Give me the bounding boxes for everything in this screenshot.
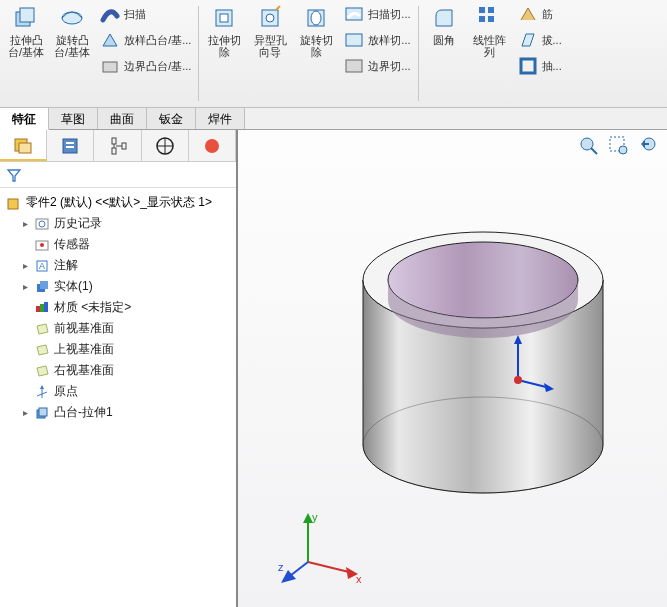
sweep-icon <box>100 4 120 24</box>
svg-rect-42 <box>40 304 44 312</box>
svg-point-61 <box>514 376 522 384</box>
tree-item-6[interactable]: 上视基准面 <box>2 339 234 360</box>
tree-item-label: 上视基准面 <box>54 341 114 358</box>
svg-rect-13 <box>479 7 485 13</box>
boundary-button[interactable]: 边界凸台/基... <box>96 54 195 78</box>
expand-icon[interactable]: ▸ <box>20 282 30 292</box>
tree-item-0[interactable]: ▸历史记录 <box>2 213 234 234</box>
panel-tab-feature-tree[interactable] <box>0 130 47 161</box>
expand-icon[interactable] <box>20 366 30 376</box>
tree-item-2[interactable]: ▸A注解 <box>2 255 234 276</box>
loft-cut-button[interactable]: 放样切... <box>340 28 414 52</box>
hole-wizard-icon <box>256 4 284 32</box>
panel-tab-property[interactable] <box>47 130 94 161</box>
svg-marker-60 <box>544 383 554 392</box>
expand-icon[interactable] <box>20 324 30 334</box>
svg-rect-17 <box>521 59 535 73</box>
shell-label: 抽... <box>542 59 562 74</box>
tree-item-3[interactable]: ▸实体(1) <box>2 276 234 297</box>
draft-label: 拔... <box>542 33 562 48</box>
tree-root-label: 零件2 (默认) <<默认>_显示状态 1> <box>26 194 212 211</box>
tree-root[interactable]: 零件2 (默认) <<默认>_显示状态 1> <box>2 192 234 213</box>
loft-button[interactable]: 放样凸台/基... <box>96 28 195 52</box>
revolve-boss-button[interactable]: 旋转凸 台/基体 <box>50 2 94 60</box>
model-hollow-cylinder[interactable] <box>348 220 618 510</box>
tree-item-9[interactable]: ▸凸台-拉伸1 <box>2 402 234 423</box>
boundary-cut-button[interactable]: 边界切... <box>340 54 414 78</box>
tree-item-label: 历史记录 <box>54 215 102 232</box>
expand-icon[interactable] <box>20 387 30 397</box>
expand-icon[interactable] <box>20 303 30 313</box>
annot-icon: A <box>34 258 50 274</box>
extrude-cut-label: 拉伸切 除 <box>208 34 241 58</box>
tree-item-label: 右视基准面 <box>54 362 114 379</box>
revolve-cut-label: 旋转切 除 <box>300 34 333 58</box>
revolve-icon <box>58 4 86 32</box>
loft-label: 放样凸台/基... <box>124 33 191 48</box>
viewport-3d[interactable]: y x z <box>238 130 667 607</box>
hole-wizard-button[interactable]: 异型孔 向导 <box>248 2 292 60</box>
tab-surface[interactable]: 曲面 <box>98 108 147 129</box>
svg-point-2 <box>62 12 82 24</box>
expand-icon[interactable] <box>20 240 30 250</box>
triad-x-label: x <box>356 573 362 585</box>
extrude-boss-button[interactable]: 拉伸凸 台/基体 <box>4 2 48 60</box>
expand-icon[interactable]: ▸ <box>20 408 30 418</box>
svg-rect-16 <box>488 16 494 22</box>
zoom-previous-icon[interactable] <box>637 134 661 158</box>
expand-icon[interactable]: ▸ <box>20 219 30 229</box>
zoom-area-icon[interactable] <box>607 134 631 158</box>
filter-icon[interactable] <box>6 167 22 183</box>
svg-text:A: A <box>39 261 45 271</box>
linear-pattern-label: 线性阵 列 <box>473 34 506 58</box>
revolve-cut-button[interactable]: 旋转切 除 <box>294 2 338 60</box>
tree-item-label: 材质 <未指定> <box>54 299 131 316</box>
extrude-cut-button[interactable]: 拉伸切 除 <box>202 2 246 60</box>
svg-rect-3 <box>103 62 117 72</box>
expand-icon[interactable]: ▸ <box>20 261 30 271</box>
fillet-button[interactable]: 圆角 <box>422 2 466 48</box>
part-icon <box>6 195 22 211</box>
svg-point-9 <box>311 11 321 25</box>
draft-button[interactable]: 拔... <box>514 28 566 52</box>
shell-button[interactable]: 抽... <box>514 54 566 78</box>
svg-point-52 <box>619 146 627 154</box>
ribbon-toolbar: 拉伸凸 台/基体 旋转凸 台/基体 扫描 放样凸台/基... 边界凸台/基... <box>0 0 667 108</box>
linear-pattern-button[interactable]: 线性阵 列 <box>468 2 512 60</box>
svg-rect-24 <box>112 148 116 154</box>
extrude-boss-label: 拉伸凸 台/基体 <box>8 34 44 58</box>
tab-features[interactable]: 特征 <box>0 108 49 130</box>
svg-rect-21 <box>66 142 74 144</box>
tree-item-8[interactable]: 原点 <box>2 381 234 402</box>
origin-icon <box>34 384 50 400</box>
svg-rect-32 <box>8 199 18 209</box>
sweep-cut-button[interactable]: 扫描切... <box>340 2 414 26</box>
loft-cut-label: 放样切... <box>368 33 410 48</box>
tree-item-1[interactable]: 传感器 <box>2 234 234 255</box>
tab-sketch[interactable]: 草图 <box>49 108 98 129</box>
tab-sheetmetal[interactable]: 钣金 <box>147 108 196 129</box>
panel-tab-config[interactable] <box>94 130 141 161</box>
tree-item-7[interactable]: 右视基准面 <box>2 360 234 381</box>
zoom-fit-icon[interactable] <box>577 134 601 158</box>
sweep-button[interactable]: 扫描 <box>96 2 195 26</box>
svg-rect-19 <box>19 143 31 153</box>
svg-rect-22 <box>66 146 74 148</box>
loft-icon <box>100 30 120 50</box>
triad-z-label: z <box>278 561 284 573</box>
svg-rect-43 <box>44 302 48 312</box>
panel-tab-display[interactable] <box>189 130 236 161</box>
svg-point-36 <box>40 243 44 247</box>
svg-rect-27 <box>122 143 126 149</box>
tab-weldment[interactable]: 焊件 <box>196 108 245 129</box>
tree-item-5[interactable]: 前视基准面 <box>2 318 234 339</box>
tree-item-label: 实体(1) <box>54 278 93 295</box>
expand-icon[interactable] <box>20 345 30 355</box>
rib-button[interactable]: 筋 <box>514 2 566 26</box>
tree-item-label: 注解 <box>54 257 78 274</box>
plane-icon <box>34 363 50 379</box>
rib-icon <box>518 4 538 24</box>
tree-item-4[interactable]: 材质 <未指定> <box>2 297 234 318</box>
panel-tab-dimxpert[interactable] <box>142 130 189 161</box>
boundary-icon <box>100 56 120 76</box>
